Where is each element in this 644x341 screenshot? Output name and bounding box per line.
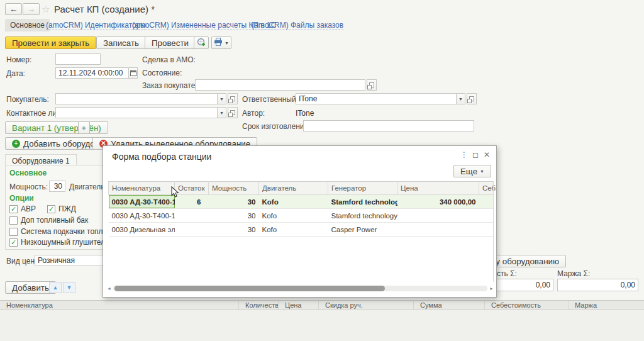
open-link-icon[interactable]: [228, 93, 238, 104]
lead-time-input[interactable]: [303, 120, 474, 131]
amo-deal-label: Сделка в АМО:: [142, 55, 196, 64]
plus-circle-icon: +: [12, 140, 20, 148]
state-label: Состояние:: [142, 69, 182, 77]
column-header[interactable]: Скидка руч.: [319, 301, 414, 310]
date-label: Дата:: [6, 69, 25, 78]
options-section-header: Опции: [9, 194, 34, 203]
margin-sum-label: Маржа Σ:: [557, 269, 590, 278]
checkbox-pzhd[interactable]: ✓ ПЖД: [47, 204, 76, 213]
scrollbar-thumb[interactable]: [114, 286, 385, 291]
main-section-header: Основное: [9, 169, 47, 177]
engine-label: Двигатель:: [69, 182, 107, 191]
station-table-header: Номенклатура Остаток Мощность Двигатель …: [109, 182, 494, 195]
price-type-label: Вид цен:: [6, 257, 36, 266]
more-button-label: Еще: [460, 167, 477, 176]
column-header[interactable]: Маржа: [569, 301, 644, 310]
date-input[interactable]: 12.11.2024 0:00:00: [55, 67, 129, 79]
number-label: Номер:: [6, 55, 31, 64]
checkmark-icon: ✓: [9, 238, 18, 247]
post-button[interactable]: Провести: [145, 36, 196, 49]
scroll-right-icon[interactable]: ►: [489, 286, 494, 291]
checkbox-label: Система подкачки топлива: [21, 227, 115, 236]
responsible-input[interactable]: ITone: [296, 93, 457, 104]
column-header[interactable]: Цена: [397, 182, 479, 195]
buyer-label: Покупатель:: [6, 95, 49, 104]
column-header[interactable]: Генератор: [328, 182, 397, 195]
open-link-icon[interactable]: [467, 93, 477, 104]
more-button[interactable]: Еще ▼: [453, 165, 491, 177]
kebab-menu-icon[interactable]: ⋮: [458, 150, 470, 159]
author-value: ITone: [296, 109, 314, 118]
responsible-label: Ответственный:: [242, 95, 298, 104]
column-header[interactable]: Двигатель: [259, 182, 328, 195]
station-selection-dialog: Форма подбора станции ⋮ ◻ ✕ Еще ▼ Номенк…: [103, 145, 497, 298]
favorite-star-icon[interactable]: ☆: [42, 4, 50, 15]
checkmark-icon: ✓: [47, 205, 55, 213]
create-based-on-button[interactable]: [194, 36, 209, 49]
scroll-left-icon[interactable]: ◄: [107, 286, 111, 291]
chevron-down-icon[interactable]: ▼: [218, 107, 226, 118]
back-button[interactable]: ←: [5, 3, 22, 15]
horizontal-scrollbar[interactable]: ◄ ►: [107, 286, 494, 291]
station-table: Номенклатура Остаток Мощность Двигатель …: [108, 181, 494, 237]
open-link-icon[interactable]: [228, 107, 238, 118]
print-button[interactable]: ▼: [211, 36, 231, 49]
chevron-down-icon[interactable]: ▼: [218, 93, 226, 104]
variant-1-button[interactable]: Вариант 1 (утверждён): [5, 121, 108, 134]
move-down-icon[interactable]: ▼: [63, 282, 75, 293]
contact-person-input[interactable]: [55, 107, 218, 118]
chevron-down-icon: ▼: [225, 41, 229, 45]
column-header[interactable]: Номенклатура: [0, 301, 239, 310]
checkbox-label: ПЖД: [58, 204, 76, 213]
tab-amo-identifiers[interactable]: (amoCRM) Идентификаторы: [46, 21, 146, 30]
power-label: Мощность:: [9, 182, 48, 191]
tab-amo-order-files[interactable]: (amoCRM) Файлы заказов: [252, 21, 343, 30]
chevron-down-icon: ▼: [480, 169, 484, 174]
forward-button[interactable]: →: [23, 3, 40, 15]
column-header[interactable]: Количество: [239, 301, 279, 310]
author-label: Автор:: [242, 109, 265, 118]
save-button[interactable]: Записать: [96, 36, 146, 49]
checkbox-avr[interactable]: ✓ АВР: [9, 204, 36, 213]
checkbox-label: Низкошумный глушитель: [21, 238, 109, 247]
checkbox-icon: [9, 228, 18, 236]
table-row-selected[interactable]: 0030 АД-30-Т400-1Р... 6 30 Kofo Stamford…: [109, 195, 494, 209]
dialog-title: Форма подбора станции: [112, 152, 211, 162]
table-row[interactable]: 0030 АД-30-Т400-1Р... 30 Kofo Stamford t…: [109, 209, 494, 223]
buyer-input[interactable]: [55, 93, 218, 104]
mouse-cursor: [171, 186, 179, 200]
chevron-down-icon[interactable]: ▼: [457, 93, 465, 104]
add-row-button[interactable]: Добавить: [5, 281, 56, 294]
checkbox-extra-fuel-tank[interactable]: Доп топливный бак: [9, 216, 88, 225]
checkbox-label: АВР: [21, 204, 36, 213]
number-input[interactable]: [55, 53, 101, 65]
lead-time-label: Срок изготовления:: [242, 122, 310, 131]
power-input[interactable]: 30: [49, 181, 65, 192]
column-header[interactable]: Цена: [279, 301, 319, 310]
column-header[interactable]: Себ: [479, 182, 494, 195]
checkbox-low-noise-muffler[interactable]: ✓ Низкошумный глушитель: [9, 238, 109, 247]
maximize-icon[interactable]: ◻: [470, 150, 481, 159]
post-and-close-button[interactable]: Провести и закрыть: [5, 36, 96, 49]
printer-icon: [214, 38, 223, 48]
tab-equipment-1[interactable]: Оборудование 1: [5, 154, 77, 165]
checkmark-icon: ✓: [9, 205, 18, 213]
column-header[interactable]: Остаток: [175, 182, 209, 195]
open-link-icon[interactable]: [367, 79, 377, 91]
checkbox-fuel-pump-system[interactable]: Система подкачки топлива: [9, 227, 115, 236]
table-row[interactable]: 0030 Дизельная эле... 30 Kofo Casper Pow…: [109, 223, 494, 237]
globe-plus-icon: [197, 38, 206, 48]
bottom-table-header: Номенклатура Количество Цена Скидка руч.…: [0, 300, 644, 310]
close-icon[interactable]: ✕: [481, 150, 492, 159]
column-header[interactable]: Себестоимость: [485, 301, 569, 310]
move-up-icon[interactable]: ▲: [49, 282, 62, 293]
bottom-table-body[interactable]: [0, 310, 644, 341]
page-title: Расчет КП (создание) *: [54, 4, 155, 14]
add-variant-button[interactable]: +: [78, 121, 90, 134]
column-header[interactable]: Мощность: [209, 182, 259, 195]
column-header[interactable]: Сумма: [414, 301, 485, 310]
calendar-icon[interactable]: [129, 67, 138, 79]
tab-main[interactable]: Основное: [5, 19, 50, 31]
column-header[interactable]: Номенклатура: [109, 182, 175, 195]
customer-order-input[interactable]: [195, 79, 365, 91]
